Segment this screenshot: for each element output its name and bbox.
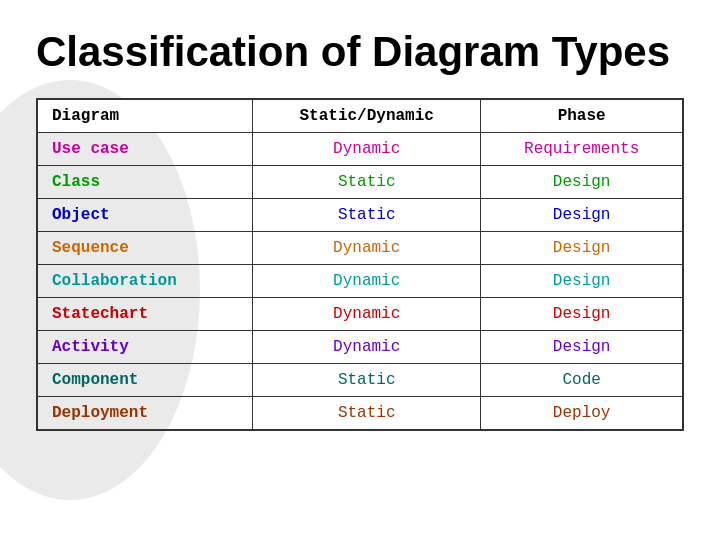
cell-phase-usecase: Requirements: [481, 133, 683, 166]
page-content: Classification of Diagram Types Diagram …: [0, 0, 720, 451]
cell-diagram-statechart: Statechart: [37, 298, 253, 331]
cell-static-dynamic-statechart: Dynamic: [253, 298, 481, 331]
cell-phase-component: Code: [481, 364, 683, 397]
cell-phase-statechart: Design: [481, 298, 683, 331]
table-row: ClassStaticDesign: [37, 166, 683, 199]
cell-phase-sequence: Design: [481, 232, 683, 265]
cell-static-dynamic-activity: Dynamic: [253, 331, 481, 364]
cell-diagram-sequence: Sequence: [37, 232, 253, 265]
page-title: Classification of Diagram Types: [36, 28, 684, 76]
table-row: DeploymentStaticDeploy: [37, 397, 683, 431]
cell-static-dynamic-component: Static: [253, 364, 481, 397]
table-row: CollaborationDynamicDesign: [37, 265, 683, 298]
col-header-static-dynamic: Static/Dynamic: [253, 99, 481, 133]
cell-static-dynamic-collaboration: Dynamic: [253, 265, 481, 298]
cell-static-dynamic-class: Static: [253, 166, 481, 199]
cell-static-dynamic-object: Static: [253, 199, 481, 232]
table-header-row: Diagram Static/Dynamic Phase: [37, 99, 683, 133]
cell-diagram-usecase: Use case: [37, 133, 253, 166]
table-row: ObjectStaticDesign: [37, 199, 683, 232]
cell-phase-collaboration: Design: [481, 265, 683, 298]
classification-table: Diagram Static/Dynamic Phase Use caseDyn…: [36, 98, 684, 431]
cell-diagram-collaboration: Collaboration: [37, 265, 253, 298]
col-header-phase: Phase: [481, 99, 683, 133]
cell-diagram-activity: Activity: [37, 331, 253, 364]
table-row: ComponentStaticCode: [37, 364, 683, 397]
table-row: StatechartDynamicDesign: [37, 298, 683, 331]
table-row: Use caseDynamicRequirements: [37, 133, 683, 166]
cell-static-dynamic-deployment: Static: [253, 397, 481, 431]
cell-diagram-object: Object: [37, 199, 253, 232]
table-row: ActivityDynamicDesign: [37, 331, 683, 364]
cell-static-dynamic-usecase: Dynamic: [253, 133, 481, 166]
cell-phase-class: Design: [481, 166, 683, 199]
cell-diagram-deployment: Deployment: [37, 397, 253, 431]
cell-phase-activity: Design: [481, 331, 683, 364]
table-row: SequenceDynamicDesign: [37, 232, 683, 265]
cell-static-dynamic-sequence: Dynamic: [253, 232, 481, 265]
cell-phase-deployment: Deploy: [481, 397, 683, 431]
cell-diagram-component: Component: [37, 364, 253, 397]
cell-phase-object: Design: [481, 199, 683, 232]
col-header-diagram: Diagram: [37, 99, 253, 133]
cell-diagram-class: Class: [37, 166, 253, 199]
